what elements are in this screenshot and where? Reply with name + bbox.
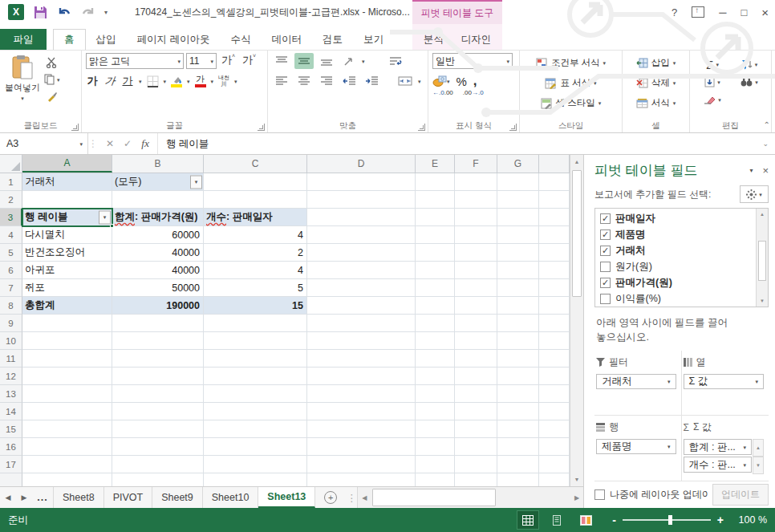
field-list-scrollbar-thumb[interactable] (758, 241, 766, 281)
zoom-level[interactable]: 100 % (732, 514, 767, 526)
scroll-right-icon[interactable]: ▶ (570, 494, 583, 502)
cell-C14[interactable] (204, 403, 307, 420)
align-left-button[interactable] (272, 73, 291, 89)
cell-E13[interactable] (416, 385, 455, 403)
ribbon-tab-분석[interactable]: 분석 (417, 29, 450, 50)
field-list-scrollbar[interactable]: ▲ ▼ (756, 209, 768, 307)
cell-G7[interactable] (497, 279, 539, 297)
fill-color-button[interactable] (171, 75, 182, 87)
font-size-dropdown-icon[interactable]: ▾ (210, 59, 213, 64)
help-button[interactable]: ? (672, 6, 677, 18)
zoom-slider-thumb[interactable] (668, 515, 672, 525)
font-name-combo[interactable]: 맑은 고딕▾ (86, 53, 184, 69)
field-checkbox[interactable]: ✓ (600, 229, 611, 240)
align-bottom-button[interactable] (317, 53, 336, 69)
values-scroll-down-icon[interactable]: ▼ (753, 457, 764, 474)
ribbon-tab-보기[interactable]: 보기 (353, 29, 394, 50)
sort-filter-button[interactable]: ▾ (731, 59, 768, 70)
underline-dropdown-icon[interactable]: ▾ (139, 79, 142, 84)
cell-A6[interactable]: 아귀포 (22, 262, 112, 279)
cell-F3[interactable] (455, 209, 497, 226)
cell-G3[interactable] (497, 209, 539, 226)
cell-G8[interactable] (497, 297, 539, 315)
cell-H15[interactable] (539, 420, 570, 438)
row-header-13[interactable]: 13 (0, 385, 22, 403)
autosum-button[interactable]: Σ▾ (694, 58, 731, 71)
area-field-제품명[interactable]: 제품명▾ (596, 439, 676, 454)
cell-D11[interactable] (307, 350, 416, 368)
cell-D6[interactable] (307, 262, 416, 279)
row-header-11[interactable]: 11 (0, 350, 22, 368)
ribbon-tab-검토[interactable]: 검토 (312, 29, 353, 50)
format-painter-button[interactable] (44, 89, 60, 104)
cell-H14[interactable] (539, 403, 570, 420)
fill-button[interactable]: ▾ (694, 77, 731, 87)
find-select-button[interactable]: ▾ (731, 77, 768, 87)
cell-B8[interactable]: 190000 (112, 297, 204, 315)
font-size-combo[interactable]: 11▾ (186, 53, 217, 69)
percent-style-button[interactable]: % (456, 75, 467, 88)
alignment-dialog-launcher[interactable] (418, 124, 425, 131)
cell-A5[interactable]: 반건조오징어 (22, 244, 112, 262)
new-sheet-button[interactable]: + (315, 487, 346, 508)
row-header-4[interactable]: 4 (0, 226, 22, 244)
pane-close-icon[interactable]: × (762, 164, 769, 177)
cell-A15[interactable] (22, 420, 112, 438)
cell-filter-dropdown[interactable]: ▾ (190, 175, 202, 189)
cell-E9[interactable] (416, 315, 455, 332)
area-field-dropdown-icon[interactable]: ▾ (667, 444, 671, 449)
field-item-원가(원)[interactable]: 원가(원) (595, 258, 756, 274)
align-right-button[interactable] (317, 73, 336, 89)
conditional-formatting-button[interactable]: 조건부 서식▾ (524, 55, 618, 71)
cell-C1[interactable] (204, 173, 307, 191)
fill-handle[interactable] (110, 224, 114, 228)
qat-customize-dropdown-icon[interactable]: ▾ (104, 9, 108, 16)
cell-B10[interactable] (112, 332, 204, 350)
cell-C12[interactable] (204, 368, 307, 385)
cell-C9[interactable] (204, 315, 307, 332)
cell-G17[interactable] (497, 456, 539, 473)
cell-D15[interactable] (307, 420, 416, 438)
cell-G5[interactable] (497, 244, 539, 262)
collapse-ribbon-button[interactable]: ⌃ (764, 120, 770, 129)
cell-F8[interactable] (455, 297, 497, 315)
cell-G4[interactable] (497, 226, 539, 244)
cell-H5[interactable] (539, 244, 570, 262)
cell-F10[interactable] (455, 332, 497, 350)
sheet-tab-Sheet9[interactable]: Sheet9 (152, 487, 203, 508)
update-button[interactable]: 업데이트 (712, 484, 769, 506)
increase-indent-button[interactable] (362, 73, 381, 89)
zoom-in-button[interactable]: + (717, 514, 724, 526)
cell-G2[interactable] (497, 191, 539, 209)
cut-button[interactable] (44, 55, 60, 70)
field-checkbox[interactable] (600, 294, 611, 304)
cell-F11[interactable] (455, 350, 497, 368)
cell-F5[interactable] (455, 244, 497, 262)
cell-H17[interactable] (539, 456, 570, 473)
cell-F12[interactable] (455, 368, 497, 385)
cell-H8[interactable] (539, 297, 570, 315)
cancel-entry-icon[interactable]: ✕ (106, 138, 114, 149)
cell-G15[interactable] (497, 420, 539, 438)
align-top-button[interactable] (272, 53, 291, 69)
decrease-decimal-button[interactable]: .00→.0 (463, 90, 484, 97)
row-header-12[interactable]: 12 (0, 368, 22, 385)
ribbon-tab-데이터[interactable]: 데이터 (261, 29, 312, 50)
field-checkbox[interactable] (600, 262, 611, 272)
horizontal-scrollbar[interactable]: ◀ ▶ (357, 487, 583, 508)
cell-E12[interactable] (416, 368, 455, 385)
formula-bar-splitter[interactable]: ⋮ (88, 133, 98, 154)
sheet-tab-overflow[interactable]: ... (32, 487, 53, 508)
area-field-dropdown-icon[interactable]: ▾ (667, 379, 671, 384)
cell-B9[interactable] (112, 315, 204, 332)
cell-C11[interactable] (204, 350, 307, 368)
cell-H3[interactable] (539, 209, 570, 226)
field-checkbox[interactable]: ✓ (600, 278, 611, 288)
cell-A18[interactable] (22, 473, 112, 486)
cell-D1[interactable] (307, 173, 416, 191)
ribbon-tab-디자인[interactable]: 디자인 (455, 29, 498, 50)
cell-A10[interactable] (22, 332, 112, 350)
cell-D9[interactable] (307, 315, 416, 332)
vertical-scrollbar-thumb[interactable] (572, 170, 582, 297)
cell-H10[interactable] (539, 332, 570, 350)
